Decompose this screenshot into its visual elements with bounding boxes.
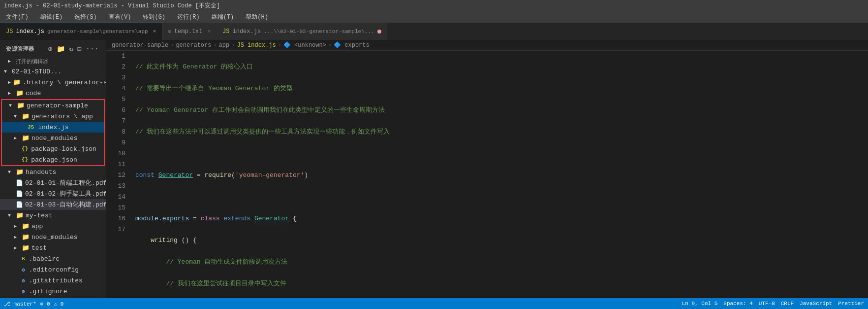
code-line-11: // 我们在这里尝试往项目目录中写入文件 [135, 278, 868, 289]
sidebar-item-generator-sample[interactable]: ▼ 📁 generator-sample [2, 100, 104, 111]
folder-icon: 📁 [22, 112, 30, 120]
breadcrumb-part[interactable]: generators [176, 42, 211, 49]
sidebar-item-node-modules[interactable]: ▶ 📁 node_modules [2, 133, 104, 143]
title-text: index.js - 02-01-study-materials - Visua… [4, 1, 220, 10]
root-folder[interactable]: ▼ 02-01-STUD... [0, 66, 106, 77]
menu-terminal[interactable]: 终端(T) [210, 12, 236, 22]
breadcrumb-part[interactable]: 🔷 exports [334, 41, 370, 49]
menu-edit[interactable]: 编辑(E) [38, 12, 65, 22]
tab-path-2: ...\\02-01-02-generator-sample\... [264, 29, 374, 34]
warning-count[interactable]: ⚠ 0 [54, 301, 64, 307]
cursor-position[interactable]: Ln 9, Col 5 [682, 301, 718, 307]
json-icon: {} [22, 146, 28, 152]
sidebar-item-package-lock[interactable]: {} package-lock.json [2, 143, 104, 154]
line-num: 3 [106, 72, 125, 83]
new-folder-icon[interactable]: 📁 [56, 44, 66, 54]
refresh-icon[interactable]: ↻ [68, 44, 74, 54]
editor-area: generator-sample › generators › app › JS… [106, 40, 868, 298]
sidebar-item-editorconfig[interactable]: ⚙ .editorconfig [0, 264, 106, 275]
menu-select[interactable]: 选择(S) [72, 12, 99, 22]
breadcrumb-part[interactable]: JS index.js [237, 42, 276, 49]
language-mode[interactable]: JavaScript [800, 301, 832, 307]
item-label: test [31, 244, 47, 252]
item-label: generators \ app [31, 113, 93, 120]
tab-close-icon[interactable]: × [207, 29, 211, 34]
line-num: 9 [106, 137, 125, 148]
item-label: .gitattributes [29, 277, 83, 284]
chevron-icon: ▼ [8, 213, 14, 218]
txt-icon: ≡ [168, 29, 171, 34]
sidebar-item-index-js[interactable]: JS index.js [2, 122, 104, 133]
sidebar-item-pdf3[interactable]: 📄 02-01-03-自动化构建.pdf [0, 199, 106, 210]
sidebar-item-test[interactable]: ▶ 📁 test [0, 242, 106, 253]
sidebar-item-app[interactable]: ▶ 📁 app [0, 221, 106, 232]
chevron-icon: ▶ [8, 90, 14, 96]
line-ending[interactable]: CRLF [781, 301, 794, 307]
sidebar-item-gitignore[interactable]: ⚙ .gitignore [0, 286, 106, 297]
sidebar-item-handouts[interactable]: ▼ 📁 handouts [0, 167, 106, 177]
status-right: Ln 9, Col 5 Spaces: 4 UTF-8 CRLF JavaScr… [682, 301, 864, 307]
code-editor[interactable]: // 此文件作为 Generator 的核心入口 // 需要导出一个继承自 Ye… [129, 51, 868, 298]
error-count[interactable]: ⊗ 0 [40, 301, 50, 307]
indent-info[interactable]: Spaces: 4 [723, 301, 752, 307]
code-line-3: // Yeoman Generator 在工作时会自动调用我们在此类型中定义的一… [135, 105, 868, 116]
item-label: 02-01-02-脚手架工具.pdf [25, 189, 106, 198]
sidebar-item-gitattributes[interactable]: ⚙ .gitattributes [0, 275, 106, 286]
menu-view[interactable]: 查看(V) [107, 12, 133, 22]
tab-index-js-2[interactable]: JS index.js ...\\02-01-02-generator-samp… [217, 23, 387, 40]
menu-file[interactable]: 文件(F) [4, 12, 31, 22]
sidebar-title: 资源管理器 ⊕ 📁 ↻ ⊟ ··· [0, 40, 106, 56]
sidebar-item-package-json[interactable]: {} package.json [2, 154, 104, 165]
file-tree: ▼ 02-01-STUD... ▶ 📁 .history \ generator… [0, 66, 106, 298]
line-num: 7 [106, 116, 125, 127]
tab-temp-txt[interactable]: ≡ temp.txt × [162, 23, 217, 40]
open-editors-label: 打开的编辑器 [16, 58, 48, 65]
folder-icon: 📁 [22, 222, 30, 230]
folder-icon: 📁 [16, 89, 24, 97]
item-label: index.js [38, 124, 68, 131]
sidebar-item-pdf2[interactable]: 📄 02-01-02-脚手架工具.pdf [0, 188, 106, 199]
collapse-icon[interactable]: ⊟ [76, 44, 83, 54]
tab-path: generator-sample\generators\app [47, 29, 148, 34]
breadcrumb-part[interactable]: 🔷 <unknown> [283, 41, 326, 49]
new-file-icon[interactable]: ⊕ [47, 44, 54, 54]
formatter[interactable]: Prettier [838, 301, 864, 307]
breadcrumb-part[interactable]: app [219, 42, 230, 49]
gear-icon: ⚙ [22, 267, 25, 273]
chevron-icon: ▼ [9, 103, 15, 108]
code-line-2: // 需要导出一个继承自 Yeoman Generator 的类型 [135, 83, 868, 94]
line-num: 10 [106, 148, 125, 159]
menu-goto[interactable]: 转到(G) [141, 12, 167, 22]
chevron-icon: ▶ [14, 245, 20, 251]
tab-close-icon[interactable]: × [153, 29, 156, 34]
sidebar-section-open-editors[interactable]: ▶ 打开的编辑器 [0, 56, 106, 66]
root-label: 02-01-STUD... [12, 68, 62, 75]
item-label: .gitignore [29, 288, 67, 295]
git-branch[interactable]: ⎇ master* [4, 301, 36, 307]
sidebar-item-code[interactable]: ▶ 📁 code [0, 88, 106, 99]
sidebar-item-pdf1[interactable]: 📄 02-01-01-前端工程化.pdf [0, 177, 106, 188]
encoding[interactable]: UTF-8 [759, 301, 775, 307]
sidebar-item-babelrc[interactable]: B .babelrc [0, 253, 106, 264]
code-line-6: const Generator = require('yeoman-genera… [135, 170, 868, 181]
code-line-10: // Yeoman 自动生成文件阶段调用次方法 [135, 257, 868, 268]
menu-help[interactable]: 帮助(H) [244, 12, 270, 22]
sidebar-item-my-test[interactable]: ▼ 📁 my-test [0, 210, 106, 221]
js-icon: JS [6, 28, 13, 35]
status-left: ⎇ master* ⊗ 0 ⚠ 0 [4, 301, 63, 307]
code-line-5 [135, 148, 868, 159]
sidebar-item-generators-app[interactable]: ▼ 📁 generators \ app [2, 111, 104, 122]
breadcrumb-part[interactable]: generator-sample [112, 42, 168, 49]
more-icon[interactable]: ··· [85, 44, 100, 54]
menu-run[interactable]: 运行(R) [175, 12, 202, 22]
line-num: 8 [106, 127, 125, 137]
json-icon: {} [22, 157, 28, 163]
chevron-icon: ▼ [8, 170, 14, 175]
tab-index-js-main[interactable]: JS index.js generator-sample\generators\… [0, 23, 162, 40]
item-label: package.json [31, 156, 77, 164]
sidebar-item-history[interactable]: ▶ 📁 .history \ generator-sample... [0, 77, 106, 88]
tab-label: index.js [16, 28, 44, 35]
gear-icon: ⚙ [22, 277, 25, 284]
sidebar-item-node-modules-2[interactable]: ▶ 📁 node_modules [0, 232, 106, 242]
item-label: code [26, 90, 41, 97]
